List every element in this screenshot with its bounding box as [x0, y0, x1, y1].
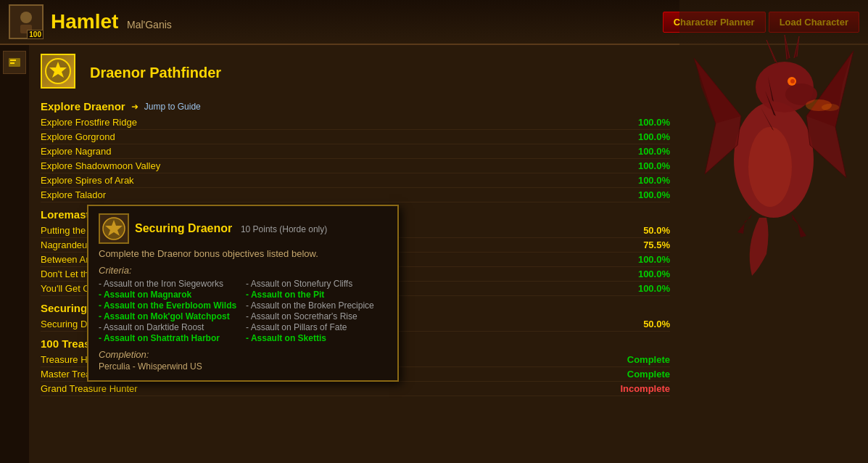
achievement-value: 100.0%: [638, 175, 670, 186]
achievement-value: 50.0%: [643, 225, 670, 236]
explore-title: Explore Draenor: [41, 100, 125, 112]
achievement-name[interactable]: Explore Spires of Arak: [41, 175, 134, 186]
tooltip-completion-label: Completion:: [99, 349, 387, 360]
svg-point-13: [790, 79, 795, 83]
achievement-name[interactable]: Explore Shadowmoon Valley: [41, 160, 160, 171]
table-row: Grand Treasure Hunter Incomplete: [41, 382, 670, 396]
svg-point-14: [748, 127, 792, 207]
criteria-item: - Assault on Shattrath Harbor: [99, 333, 240, 343]
criteria-item: - Assault on Skettis: [246, 333, 387, 343]
achievement-icon: [41, 54, 75, 89]
table-row: Explore Gorgrond 100.0%: [41, 130, 670, 144]
character-avatar: 100: [9, 4, 44, 39]
achievement-value: 100.0%: [638, 160, 670, 171]
table-row: Explore Nagrand 100.0%: [41, 144, 670, 159]
criteria-item: - Assault on the Pit: [246, 290, 387, 300]
sidebar: [0, 45, 29, 463]
criteria-item: - Assault on Pillars of Fate: [246, 322, 387, 332]
criteria-item: - Assault on the Broken Precipice: [246, 300, 387, 311]
tooltip-title: Securing Draenor: [135, 222, 232, 234]
achievement-value: Complete: [627, 354, 670, 365]
table-row: Explore Talador 100.0%: [41, 188, 670, 202]
achievement-name[interactable]: Explore Talador: [41, 189, 106, 200]
tooltip-criteria-grid: - Assault on the Iron Siegeworks - Assau…: [99, 279, 387, 343]
level-badge: 100: [27, 30, 44, 39]
dragon-svg: [679, 0, 868, 290]
achievement-value: 100.0%: [638, 117, 670, 128]
achievement-value: 100.0%: [638, 146, 670, 157]
main-container: Draenor Pathfinder Explore Draenor ➜ Jum…: [0, 45, 868, 463]
criteria-item: - Assault on Socrethar's Rise: [246, 311, 387, 321]
achievement-value: Complete: [627, 369, 670, 380]
svg-rect-4: [10, 60, 16, 61]
character-info: Hamlet Mal'Ganis: [51, 10, 172, 33]
achievement-value: 100.0%: [638, 283, 670, 294]
achievement-name[interactable]: Explore Frostfire Ridge: [41, 117, 137, 128]
criteria-item: - Assault on Stonefury Cliffs: [246, 279, 387, 289]
achievement-name[interactable]: Explore Gorgrond: [41, 131, 115, 142]
svg-point-16: [822, 104, 839, 111]
tooltip-criteria-label: Criteria:: [99, 265, 387, 276]
character-realm: Mal'Ganis: [127, 19, 172, 30]
criteria-item: - Assault on the Everbloom Wilds: [99, 300, 240, 311]
achievement-name[interactable]: Nagrandeur: [41, 239, 91, 250]
achievement-name[interactable]: Grand Treasure Hunter: [41, 383, 138, 394]
achievement-value: 50.0%: [643, 319, 670, 329]
achievement-value: 75.5%: [643, 239, 670, 250]
achievement-value: 100.0%: [638, 189, 670, 200]
explore-guide-link[interactable]: Jump to Guide: [144, 102, 201, 112]
table-row: Explore Frostfire Ridge 100.0%: [41, 115, 670, 130]
tooltip-points: 10 Points (Horde only): [241, 224, 327, 234]
header-left: 100 Hamlet Mal'Ganis: [9, 4, 172, 39]
tooltip-completion-value: Perculia - Whisperwind US: [99, 361, 387, 372]
explore-arrow-icon: ➜: [131, 102, 139, 112]
criteria-item: - Assault on the Iron Siegeworks: [99, 279, 240, 289]
criteria-item: - Assault on Darktide Roost: [99, 322, 240, 332]
character-name: Hamlet: [51, 10, 118, 33]
achievement-value: Incomplete: [620, 383, 670, 394]
content-area: Draenor Pathfinder Explore Draenor ➜ Jum…: [29, 45, 682, 463]
dragon-image-area: [679, 0, 868, 428]
achievement-value: 100.0%: [638, 131, 670, 142]
achievement-value: 100.0%: [638, 269, 670, 279]
sidebar-icon-1[interactable]: [3, 51, 26, 74]
achievement-name[interactable]: Explore Nagrand: [41, 146, 112, 157]
table-row: Explore Spires of Arak 100.0%: [41, 173, 670, 188]
tooltip-description: Complete the Draenor bonus objectives li…: [99, 248, 387, 259]
svg-rect-5: [10, 62, 15, 64]
criteria-item: - Assault on Magnarok: [99, 290, 240, 300]
achievement-tooltip: Securing Draenor 10 Points (Horde only) …: [87, 205, 399, 382]
table-row: Explore Shadowmoon Valley 100.0%: [41, 159, 670, 173]
page-title: Draenor Pathfinder: [90, 60, 221, 89]
explore-achievements-list: Explore Frostfire Ridge 100.0% Explore G…: [41, 115, 670, 202]
svg-point-1: [20, 12, 32, 23]
criteria-item: - Assault on Mok'gol Watchpost: [99, 311, 240, 321]
explore-section-header: Explore Draenor ➜ Jump to Guide: [41, 100, 670, 112]
achievement-value: 100.0%: [638, 254, 670, 265]
